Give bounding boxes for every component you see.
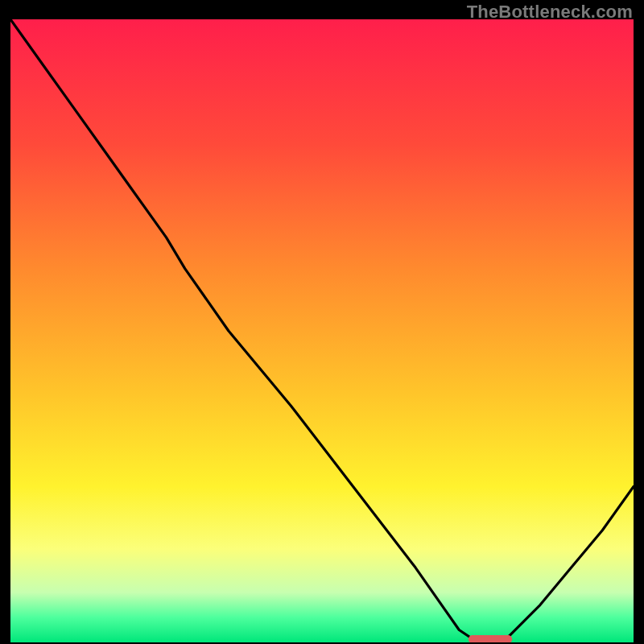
chart-background [10, 19, 634, 642]
bottleneck-chart [10, 19, 634, 642]
optimal-marker [469, 635, 512, 642]
